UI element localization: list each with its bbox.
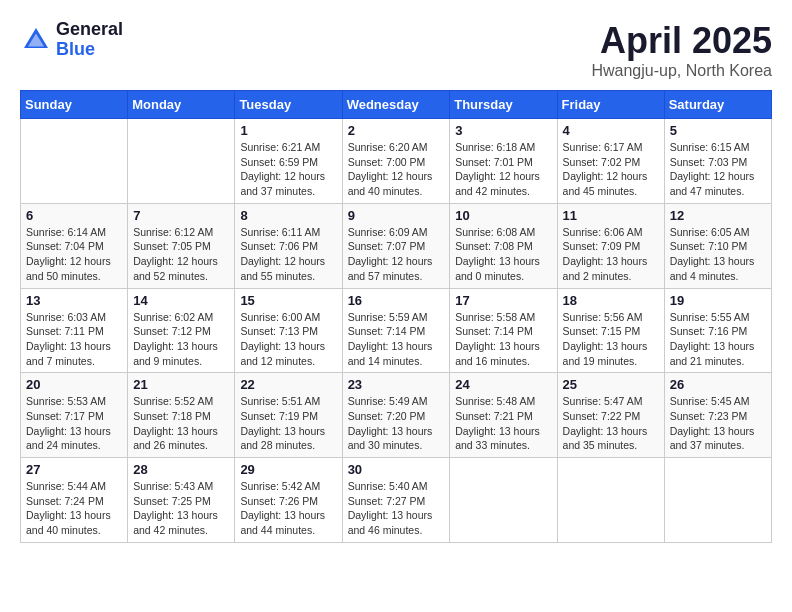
day-info: Sunrise: 5:58 AM Sunset: 7:14 PM Dayligh… <box>455 310 551 369</box>
calendar-cell: 1Sunrise: 6:21 AM Sunset: 6:59 PM Daylig… <box>235 119 342 204</box>
day-number: 23 <box>348 377 445 392</box>
day-info: Sunrise: 5:55 AM Sunset: 7:16 PM Dayligh… <box>670 310 766 369</box>
day-number: 4 <box>563 123 659 138</box>
calendar-cell: 29Sunrise: 5:42 AM Sunset: 7:26 PM Dayli… <box>235 458 342 543</box>
calendar-cell: 7Sunrise: 6:12 AM Sunset: 7:05 PM Daylig… <box>128 203 235 288</box>
day-number: 19 <box>670 293 766 308</box>
day-info: Sunrise: 5:44 AM Sunset: 7:24 PM Dayligh… <box>26 479 122 538</box>
calendar-cell: 19Sunrise: 5:55 AM Sunset: 7:16 PM Dayli… <box>664 288 771 373</box>
calendar-cell: 2Sunrise: 6:20 AM Sunset: 7:00 PM Daylig… <box>342 119 450 204</box>
calendar-cell: 15Sunrise: 6:00 AM Sunset: 7:13 PM Dayli… <box>235 288 342 373</box>
calendar-cell: 27Sunrise: 5:44 AM Sunset: 7:24 PM Dayli… <box>21 458 128 543</box>
day-number: 1 <box>240 123 336 138</box>
calendar-cell: 12Sunrise: 6:05 AM Sunset: 7:10 PM Dayli… <box>664 203 771 288</box>
calendar-cell: 5Sunrise: 6:15 AM Sunset: 7:03 PM Daylig… <box>664 119 771 204</box>
day-number: 25 <box>563 377 659 392</box>
day-info: Sunrise: 6:20 AM Sunset: 7:00 PM Dayligh… <box>348 140 445 199</box>
day-info: Sunrise: 5:56 AM Sunset: 7:15 PM Dayligh… <box>563 310 659 369</box>
day-number: 17 <box>455 293 551 308</box>
day-number: 3 <box>455 123 551 138</box>
day-info: Sunrise: 5:48 AM Sunset: 7:21 PM Dayligh… <box>455 394 551 453</box>
day-info: Sunrise: 5:49 AM Sunset: 7:20 PM Dayligh… <box>348 394 445 453</box>
day-info: Sunrise: 5:52 AM Sunset: 7:18 PM Dayligh… <box>133 394 229 453</box>
day-info: Sunrise: 5:53 AM Sunset: 7:17 PM Dayligh… <box>26 394 122 453</box>
calendar-cell: 13Sunrise: 6:03 AM Sunset: 7:11 PM Dayli… <box>21 288 128 373</box>
day-number: 14 <box>133 293 229 308</box>
day-number: 20 <box>26 377 122 392</box>
day-info: Sunrise: 6:17 AM Sunset: 7:02 PM Dayligh… <box>563 140 659 199</box>
day-info: Sunrise: 6:05 AM Sunset: 7:10 PM Dayligh… <box>670 225 766 284</box>
weekday-header-friday: Friday <box>557 91 664 119</box>
calendar-cell <box>450 458 557 543</box>
weekday-header-saturday: Saturday <box>664 91 771 119</box>
calendar-cell: 24Sunrise: 5:48 AM Sunset: 7:21 PM Dayli… <box>450 373 557 458</box>
weekday-header-wednesday: Wednesday <box>342 91 450 119</box>
calendar-cell: 3Sunrise: 6:18 AM Sunset: 7:01 PM Daylig… <box>450 119 557 204</box>
calendar-cell: 18Sunrise: 5:56 AM Sunset: 7:15 PM Dayli… <box>557 288 664 373</box>
day-info: Sunrise: 5:47 AM Sunset: 7:22 PM Dayligh… <box>563 394 659 453</box>
day-number: 24 <box>455 377 551 392</box>
calendar-cell <box>557 458 664 543</box>
logo-general: General <box>56 20 123 40</box>
calendar-cell <box>128 119 235 204</box>
calendar-cell: 26Sunrise: 5:45 AM Sunset: 7:23 PM Dayli… <box>664 373 771 458</box>
title-section: April 2025 Hwangju-up, North Korea <box>591 20 772 80</box>
calendar-cell: 22Sunrise: 5:51 AM Sunset: 7:19 PM Dayli… <box>235 373 342 458</box>
day-number: 15 <box>240 293 336 308</box>
day-number: 22 <box>240 377 336 392</box>
day-number: 26 <box>670 377 766 392</box>
day-info: Sunrise: 6:00 AM Sunset: 7:13 PM Dayligh… <box>240 310 336 369</box>
week-row-5: 27Sunrise: 5:44 AM Sunset: 7:24 PM Dayli… <box>21 458 772 543</box>
day-number: 18 <box>563 293 659 308</box>
calendar-cell: 16Sunrise: 5:59 AM Sunset: 7:14 PM Dayli… <box>342 288 450 373</box>
month-title: April 2025 <box>591 20 772 62</box>
week-row-4: 20Sunrise: 5:53 AM Sunset: 7:17 PM Dayli… <box>21 373 772 458</box>
day-info: Sunrise: 5:43 AM Sunset: 7:25 PM Dayligh… <box>133 479 229 538</box>
logo-text: General Blue <box>56 20 123 60</box>
page-header: General Blue April 2025 Hwangju-up, Nort… <box>20 20 772 80</box>
calendar-cell: 25Sunrise: 5:47 AM Sunset: 7:22 PM Dayli… <box>557 373 664 458</box>
day-info: Sunrise: 6:06 AM Sunset: 7:09 PM Dayligh… <box>563 225 659 284</box>
location-title: Hwangju-up, North Korea <box>591 62 772 80</box>
calendar-cell: 4Sunrise: 6:17 AM Sunset: 7:02 PM Daylig… <box>557 119 664 204</box>
weekday-header-sunday: Sunday <box>21 91 128 119</box>
day-number: 12 <box>670 208 766 223</box>
day-info: Sunrise: 6:15 AM Sunset: 7:03 PM Dayligh… <box>670 140 766 199</box>
logo: General Blue <box>20 20 123 60</box>
week-row-2: 6Sunrise: 6:14 AM Sunset: 7:04 PM Daylig… <box>21 203 772 288</box>
calendar-cell: 30Sunrise: 5:40 AM Sunset: 7:27 PM Dayli… <box>342 458 450 543</box>
weekday-header-row: SundayMondayTuesdayWednesdayThursdayFrid… <box>21 91 772 119</box>
day-number: 6 <box>26 208 122 223</box>
calendar-cell: 20Sunrise: 5:53 AM Sunset: 7:17 PM Dayli… <box>21 373 128 458</box>
day-info: Sunrise: 6:02 AM Sunset: 7:12 PM Dayligh… <box>133 310 229 369</box>
day-info: Sunrise: 6:11 AM Sunset: 7:06 PM Dayligh… <box>240 225 336 284</box>
day-number: 13 <box>26 293 122 308</box>
day-info: Sunrise: 5:45 AM Sunset: 7:23 PM Dayligh… <box>670 394 766 453</box>
calendar-cell: 28Sunrise: 5:43 AM Sunset: 7:25 PM Dayli… <box>128 458 235 543</box>
day-number: 7 <box>133 208 229 223</box>
day-info: Sunrise: 6:09 AM Sunset: 7:07 PM Dayligh… <box>348 225 445 284</box>
day-number: 27 <box>26 462 122 477</box>
weekday-header-thursday: Thursday <box>450 91 557 119</box>
day-number: 16 <box>348 293 445 308</box>
day-info: Sunrise: 5:51 AM Sunset: 7:19 PM Dayligh… <box>240 394 336 453</box>
day-info: Sunrise: 5:59 AM Sunset: 7:14 PM Dayligh… <box>348 310 445 369</box>
day-number: 30 <box>348 462 445 477</box>
day-number: 28 <box>133 462 229 477</box>
day-info: Sunrise: 6:08 AM Sunset: 7:08 PM Dayligh… <box>455 225 551 284</box>
week-row-1: 1Sunrise: 6:21 AM Sunset: 6:59 PM Daylig… <box>21 119 772 204</box>
day-info: Sunrise: 6:14 AM Sunset: 7:04 PM Dayligh… <box>26 225 122 284</box>
calendar-cell <box>664 458 771 543</box>
day-number: 21 <box>133 377 229 392</box>
day-info: Sunrise: 6:21 AM Sunset: 6:59 PM Dayligh… <box>240 140 336 199</box>
calendar-cell: 11Sunrise: 6:06 AM Sunset: 7:09 PM Dayli… <box>557 203 664 288</box>
day-number: 10 <box>455 208 551 223</box>
day-info: Sunrise: 5:42 AM Sunset: 7:26 PM Dayligh… <box>240 479 336 538</box>
day-info: Sunrise: 6:12 AM Sunset: 7:05 PM Dayligh… <box>133 225 229 284</box>
day-number: 8 <box>240 208 336 223</box>
calendar-cell: 6Sunrise: 6:14 AM Sunset: 7:04 PM Daylig… <box>21 203 128 288</box>
calendar-cell: 9Sunrise: 6:09 AM Sunset: 7:07 PM Daylig… <box>342 203 450 288</box>
day-info: Sunrise: 6:18 AM Sunset: 7:01 PM Dayligh… <box>455 140 551 199</box>
logo-blue: Blue <box>56 40 123 60</box>
day-info: Sunrise: 5:40 AM Sunset: 7:27 PM Dayligh… <box>348 479 445 538</box>
